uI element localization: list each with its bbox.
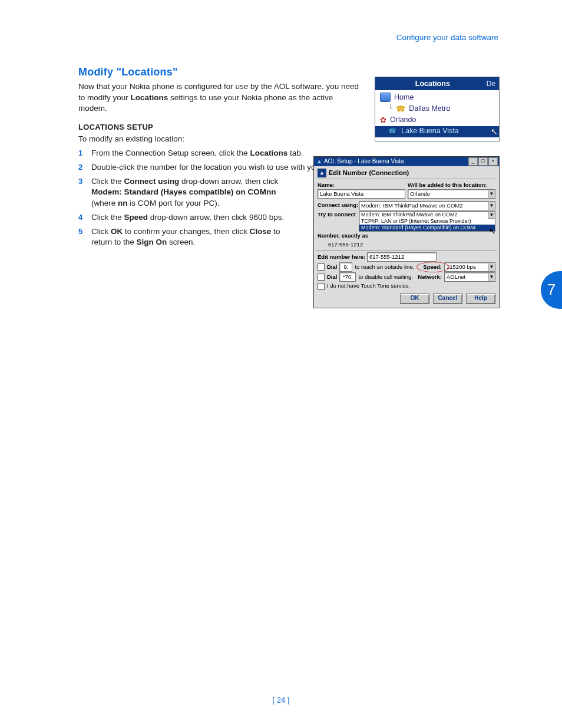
try-option-0[interactable]: Modem: IBM ThinkPad Mwave on COM2: [359, 212, 495, 218]
options-block: Dial 9, to reach an outside line. Speed:…: [318, 262, 495, 290]
cursor-icon: ↖: [489, 226, 496, 237]
help-button[interactable]: Help: [466, 294, 495, 304]
aol-setup-dialog: ▲ AOL Setup - Lake Buena Vista _ □ × ▲ E…: [313, 156, 500, 308]
rose-icon: ✿: [380, 116, 386, 124]
step5-c: to confirm your changes, then click: [123, 227, 249, 236]
name-field[interactable]: Lake Buena Vista: [318, 189, 405, 199]
location-label: Home: [394, 93, 414, 103]
step3-f: nn: [118, 199, 128, 207]
speed-label: Speed:: [423, 263, 442, 271]
tree-branch-icon: └: [388, 104, 392, 113]
connect-using-value: Modem: IBM ThinkPad Mwave on COM2: [361, 202, 462, 209]
name-label: Name:: [318, 182, 405, 189]
network-label: Network:: [418, 274, 442, 281]
step5-f: Sign On: [137, 238, 167, 246]
dial1-value[interactable]: 9,: [339, 262, 352, 272]
page-number: [ 24 ]: [0, 695, 562, 706]
touchtone-row: I do not have Touch Tone service.: [318, 282, 495, 290]
dialog-buttons: OK Cancel Help: [318, 294, 495, 304]
location-label: Dallas Metro: [409, 104, 450, 114]
connect-row: Connect using: Modem: IBM ThinkPad Mwave…: [318, 201, 495, 210]
step1-a: From the Connection Setup screen, click …: [91, 149, 250, 157]
minimize-button[interactable]: _: [468, 157, 478, 166]
close-button[interactable]: ×: [488, 157, 498, 166]
edit-label: Edit number here:: [318, 253, 365, 261]
dropdown-arrow-icon: ▼: [488, 202, 495, 210]
connect-using-select[interactable]: Modem: IBM ThinkPad Mwave on COM2 ▼: [359, 201, 495, 210]
step3-c: drop-down arrow, then click: [179, 177, 278, 186]
touchtone-checkbox[interactable]: [318, 283, 325, 290]
dialog-body: ▲ Edit Number (Connection) Name: Lake Bu…: [314, 166, 499, 308]
step3-e: (where: [91, 199, 118, 207]
step1-b: Locations: [250, 149, 287, 157]
location-dallas[interactable]: └ ☎ Dallas Metro: [380, 104, 495, 115]
try-option-1[interactable]: TCP/IP: LAN or ISP (Internet Service Pro…: [359, 218, 495, 225]
try-row: Try to connect Modem: IBM ThinkPad Mwave…: [318, 211, 495, 232]
edit-row: Edit number here: 617-555-1212: [318, 252, 495, 262]
number-label-row: Number, exactly as: [318, 232, 495, 240]
dial1-checkbox[interactable]: [318, 263, 325, 271]
try-label: Try to connect: [318, 211, 356, 219]
step-3: Click the Connect using drop-down arrow,…: [78, 176, 300, 209]
location-lake-buena-vista[interactable]: ☎ Lake Buena Vista ↖: [375, 126, 499, 137]
location-home[interactable]: Home: [380, 93, 495, 104]
dial2-value[interactable]: *70,: [339, 272, 356, 282]
step5-b: OK: [111, 227, 123, 236]
monitor-icon: [380, 93, 391, 102]
step4-a: Click the: [91, 213, 124, 222]
location-select[interactable]: Orlando ▼: [408, 189, 495, 199]
step3-d: Modem: Standard (Hayes compatible) on CO…: [91, 187, 276, 196]
step4-b: Speed: [124, 213, 148, 222]
intro-paragraph: Now that your Nokia phone is configured …: [78, 81, 361, 114]
dialog-heading: ▲ Edit Number (Connection): [318, 169, 495, 179]
network-select[interactable]: AOLnet ▼: [444, 272, 495, 282]
location-label: Lake Buena Vista: [401, 126, 459, 136]
dialog-titlebar[interactable]: ▲ AOL Setup - Lake Buena Vista _ □ ×: [314, 157, 499, 166]
locations-panel: Locations De Home └ ☎ Dallas Metro ✿ Orl…: [375, 77, 500, 141]
intro-b: Locations: [131, 93, 168, 102]
aol-logo-icon: ▲: [318, 169, 326, 177]
step5-d: Close: [250, 227, 272, 236]
dial1-suffix: to reach an outside line.: [355, 263, 414, 271]
phone-small-icon: ☎: [388, 128, 398, 134]
step3-b: Connect using: [124, 177, 180, 186]
dial2-prefix: Dial: [327, 274, 337, 281]
manual-page: Configure your data software Modify "Loc…: [0, 0, 562, 728]
step4-c: drop-down arrow, then click 9600 bps.: [148, 213, 284, 222]
location-orlando[interactable]: ✿ Orlando: [380, 115, 495, 126]
edit-number-field[interactable]: 617-555-1212: [367, 252, 437, 262]
locations-title: Locations: [379, 79, 487, 89]
try-option-2[interactable]: Modem: Standard (Hayes Compatible) on CO…: [359, 225, 495, 231]
speed-select[interactable]: 115200 bps ▼: [444, 262, 495, 272]
locations-tree: Home └ ☎ Dallas Metro ✿ Orlando ☎ Lake B…: [375, 90, 499, 141]
number-value: 617-555-1212: [328, 241, 495, 249]
maximize-button[interactable]: □: [478, 157, 488, 166]
location-label: Orlando: [390, 115, 416, 125]
dropdown-arrow-icon: ▼: [488, 273, 495, 281]
running-header: Configure your data software: [396, 32, 498, 43]
cancel-button[interactable]: Cancel: [433, 294, 462, 304]
touchtone-label: I do not have Touch Tone service.: [327, 282, 410, 290]
added-label: Will be added to this location:: [408, 182, 495, 189]
step5-g: screen.: [167, 238, 195, 246]
locations-title-clip: De: [487, 79, 495, 88]
locations-titlebar: Locations De: [375, 77, 499, 90]
step-4: Click the Speed drop-down arrow, then cl…: [78, 212, 300, 223]
dial2-suffix: to disable call waiting.: [358, 274, 412, 281]
try-connect-list[interactable]: Modem: IBM ThinkPad Mwave on COM2 TCP/IP…: [359, 211, 495, 232]
cursor-icon: ↖: [491, 126, 498, 137]
step3-g: is COM port for your PC).: [128, 199, 220, 207]
network-value: AOLnet: [447, 274, 465, 280]
dialog-heading-text: Edit Number (Connection): [329, 169, 409, 177]
aol-triangle-icon: ▲: [316, 157, 322, 166]
dial1-row: Dial 9, to reach an outside line. Speed:…: [318, 262, 495, 272]
dropdown-arrow-icon: ▼: [488, 263, 495, 271]
list-scroll-icon: ▼: [488, 212, 495, 219]
step-5: Click OK to confirm your changes, then c…: [78, 226, 300, 248]
phone-icon: ☎: [396, 105, 405, 113]
connect-label: Connect using:: [318, 202, 356, 209]
step3-a: Click the: [91, 177, 124, 186]
dial2-checkbox[interactable]: [318, 274, 325, 281]
dialog-title: AOL Setup - Lake Buena Vista: [324, 157, 468, 166]
ok-button[interactable]: OK: [400, 294, 429, 304]
